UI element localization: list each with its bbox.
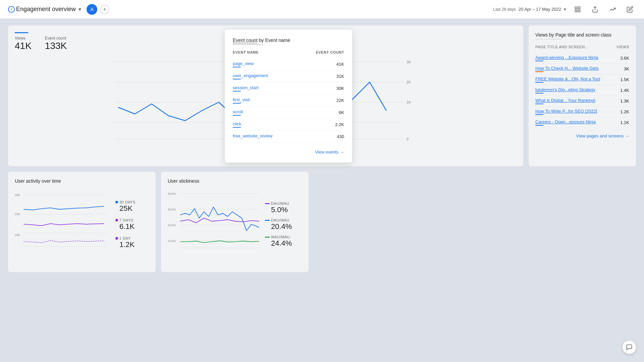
overlay-value-3: 22K [324, 98, 344, 103]
dropdown-icon[interactable]: ▾ [78, 6, 81, 12]
svg-text:10.0%: 10.0% [168, 239, 176, 243]
col-event-count: EVENT COUNT [316, 50, 344, 54]
svg-rect-0 [575, 7, 577, 9]
bottom-row: User activity over time 30K 20K 10K [8, 172, 636, 272]
view-pages-screens-link[interactable]: View pages and screens → [535, 133, 629, 138]
overlay-label-5[interactable]: click [233, 121, 324, 128]
user-stickiness-title: User stickiness [168, 178, 302, 184]
overlay-label-3[interactable]: first_visit [233, 97, 324, 104]
overlay-value-6: 430 [324, 134, 344, 139]
stick-wau-mau-label: WAU/MAU [265, 235, 302, 239]
row-underline-0 [535, 61, 543, 61]
overlay-title-suffix: by Event name [258, 38, 290, 43]
overlay-row-6: free_website_review 430 [233, 131, 344, 143]
views-row-label-4[interactable]: What is Digital... Your Ranking) [535, 98, 598, 103]
overlay-label-0[interactable]: page_view [233, 61, 324, 67]
overlay-value-2: 30K [324, 86, 344, 91]
views-label: Views [15, 36, 32, 41]
views-row-label-1[interactable]: How To Check H... Website Gets [535, 66, 601, 71]
views-row-label-2[interactable]: FREE Website &...ON, Not a Tool [535, 76, 603, 81]
overlay-value-1: 31K [324, 74, 344, 79]
user-activity-card: User activity over time 30K 20K 10K [8, 172, 156, 272]
svg-text:0: 0 [407, 137, 409, 141]
overlay-value-0: 41K [324, 62, 344, 67]
overlay-row-3: first_visit 22K [233, 95, 344, 107]
overlay-title: Event count by Event name [233, 38, 344, 43]
stick-wau-mau-bar [265, 237, 270, 238]
stick-dau-mau-label: DAU/MAU [265, 201, 302, 205]
check-icon [8, 6, 15, 13]
stickiness-svg: 40.0% 30.0% 20.0% 10.0% [168, 188, 262, 255]
views-row-label-0[interactable]: Award-winning ...Exposure Ninja [535, 55, 601, 60]
avatar[interactable]: A [87, 4, 97, 15]
stick-dau-mau-value: 5.0% [271, 205, 302, 214]
overlay-label-2[interactable]: session_start [233, 85, 324, 92]
event-count-label: Event count [45, 36, 67, 41]
stick-dau-wau: DAU/WAU 20.4% [265, 218, 302, 231]
views-row-value-3: 1.4K [612, 88, 629, 93]
overlay-label-4[interactable]: scroll [233, 109, 324, 116]
overlay-row-underline-0 [233, 67, 241, 67]
overlay-row-4: scroll 6K [233, 107, 344, 119]
overlay-label-6[interactable]: free_website_review [233, 133, 324, 140]
svg-text:30.0%: 30.0% [168, 208, 176, 211]
view-events-arrow: → [340, 149, 344, 155]
legend-30-value: 25K [119, 204, 149, 213]
report-icon-button[interactable] [572, 3, 584, 15]
legend-1-period: 1 DAY [115, 236, 149, 240]
chat-fab-button[interactable] [623, 341, 636, 354]
event-count-metric: Event count 133K [45, 36, 67, 51]
svg-rect-2 [575, 10, 577, 12]
legend-1-day: 1 DAY 1.2K [115, 236, 149, 249]
user-stickiness-card: User stickiness 40.0% 30.0% 20.0% 10.0% [161, 172, 309, 272]
legend-30-period: 30 DAYS [115, 200, 149, 204]
edit-icon-button[interactable] [624, 3, 636, 15]
views-row-value-4: 1.3K [612, 99, 629, 104]
views-panel-underline [535, 39, 562, 40]
overlay-title-strong: Event count [233, 38, 258, 43]
svg-text:30K: 30K [15, 193, 20, 197]
date-range-label: Last 28 days [493, 7, 516, 12]
svg-text:10K: 10K [15, 233, 20, 237]
stick-dau-mau: DAU/MAU 5.0% [265, 201, 302, 214]
stick-dau-mau-bar [265, 203, 270, 204]
date-dropdown-icon[interactable]: ▾ [564, 7, 566, 12]
svg-text:20K: 20K [15, 213, 20, 216]
stickiness-chart-svg-container: 40.0% 30.0% 20.0% 10.0% [168, 188, 262, 261]
add-property-button[interactable]: + [100, 5, 109, 14]
overlay-value-4: 6K [324, 110, 344, 115]
stickiness-legend: DAU/MAU 5.0% DAU/WAU 20.4% [265, 188, 302, 261]
views-metric: Views 41K [15, 36, 32, 51]
views-row-label-3[interactable]: lululemon's Dig...eting Strategy [535, 87, 598, 92]
views-row-3: lululemon's Dig...eting Strategy 1.4K [535, 85, 629, 96]
views-row-label-6[interactable]: Careers - Open...xposure Ninja [535, 119, 598, 124]
overlay-row-underline-4 [233, 115, 241, 116]
overlay-underline [233, 44, 263, 45]
view-pages-link-text: View pages and screens [576, 133, 624, 138]
view-events-link[interactable]: View events → [233, 149, 344, 155]
svg-text:40.0%: 40.0% [168, 192, 176, 195]
header: Engagement overview ▾ A + Last 28 days 2… [0, 0, 644, 19]
stickiness-content: 40.0% 30.0% 20.0% 10.0% [168, 188, 302, 261]
views-row-2: FREE Website &...ON, Not a Tool 1.5K [535, 74, 629, 85]
svg-text:20.0%: 20.0% [168, 224, 176, 227]
views-row-5: How To Write P...for SEO [2022] 1.2K [535, 107, 629, 117]
views-panel-card: Views by Page title and screen class PAG… [529, 25, 636, 166]
overlay-label-1[interactable]: user_engagement [233, 73, 324, 79]
chat-icon [626, 344, 633, 351]
row-underline-5 [535, 114, 543, 115]
overlay-row-5: click 2.2K [233, 119, 344, 131]
overlay-value-5: 2.2K [324, 122, 344, 127]
legend-30-days: 30 DAYS 25K [115, 200, 149, 213]
stick-wau-mau: WAU/MAU 24.4% [265, 235, 302, 248]
share-icon-button[interactable] [589, 3, 601, 15]
date-range[interactable]: Last 28 days 20 Apr – 17 May 2022 ▾ [493, 7, 566, 12]
views-row-label-5[interactable]: How To Write P...for SEO [2022] [535, 109, 600, 114]
overlay-row-1: user_engagement 31K [233, 70, 344, 82]
legend-1-dot [115, 237, 118, 240]
views-row-6: Careers - Open...xposure Ninja 1.1K [535, 117, 629, 128]
trend-icon-button[interactable] [606, 3, 619, 15]
tab-indicator [15, 32, 28, 33]
overlay-row-underline-1 [233, 79, 241, 79]
date-range-value: 20 Apr – 17 May 2022 [519, 7, 561, 12]
